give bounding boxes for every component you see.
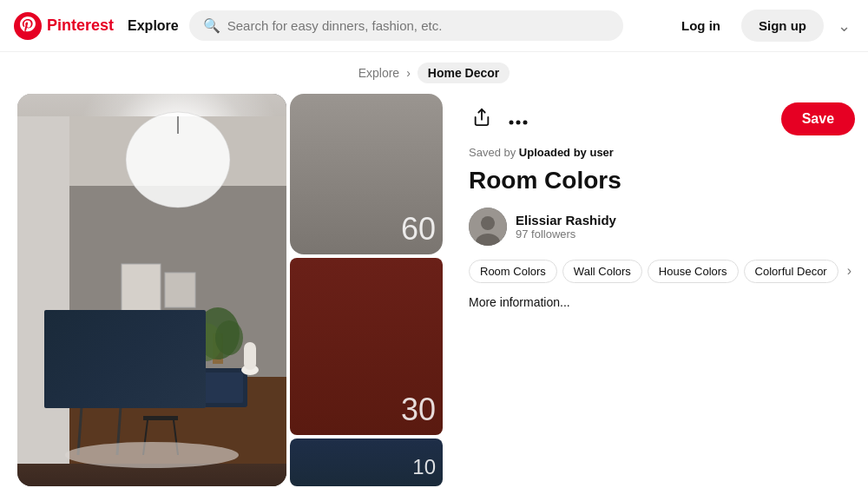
svg-point-27 bbox=[516, 120, 521, 124]
swatch-number-30: 30 bbox=[401, 392, 436, 428]
pin-actions: Save bbox=[469, 102, 855, 135]
svg-rect-8 bbox=[135, 373, 182, 403]
login-button[interactable]: Log in bbox=[671, 11, 731, 40]
chevron-down-icon[interactable]: ⌄ bbox=[834, 13, 854, 39]
search-bar: 🔍 bbox=[189, 10, 623, 41]
followers-count: 97 followers bbox=[516, 228, 616, 241]
tags-list: Room Colors Wall Colors House Colors Col… bbox=[469, 260, 855, 283]
collage-bottom-swatch: 10 bbox=[290, 439, 443, 486]
swatch-number-60: 60 bbox=[401, 211, 436, 247]
author-avatar[interactable] bbox=[469, 208, 507, 246]
svg-rect-7 bbox=[82, 373, 130, 403]
search-icon: 🔍 bbox=[203, 17, 220, 34]
saved-by-text: Saved by Uploaded by user bbox=[469, 146, 855, 159]
collage-top-swatch: 60 bbox=[290, 94, 443, 254]
collage-mid-swatch: 30 bbox=[290, 258, 443, 435]
tags-chevron-icon[interactable]: › bbox=[844, 260, 855, 282]
svg-rect-12 bbox=[143, 416, 178, 420]
svg-rect-18 bbox=[126, 316, 156, 338]
collage-main-image bbox=[17, 94, 286, 486]
tag-wall-colors[interactable]: Wall Colors bbox=[562, 260, 642, 283]
svg-rect-24 bbox=[244, 342, 256, 370]
tag-room-colors[interactable]: Room Colors bbox=[469, 260, 557, 283]
svg-point-28 bbox=[523, 120, 528, 124]
svg-rect-3 bbox=[17, 116, 69, 464]
pinterest-wordmark: Pinterest bbox=[47, 16, 114, 35]
pinterest-logo[interactable]: Pinterest bbox=[14, 12, 114, 40]
svg-rect-17 bbox=[165, 273, 195, 307]
author-row: Elissiar Rashidy 97 followers bbox=[469, 208, 855, 246]
collage-right-stack: 60 30 10 bbox=[290, 94, 443, 486]
explore-nav-link[interactable]: Explore bbox=[128, 18, 179, 34]
uploaded-by-user: Uploaded by user bbox=[519, 146, 614, 159]
header-right: Log in Sign up ⌄ bbox=[671, 10, 854, 42]
pin-title: Room Colors bbox=[469, 166, 855, 195]
save-button[interactable]: Save bbox=[781, 102, 855, 135]
breadcrumb: Explore › Home Decor bbox=[0, 52, 868, 94]
author-name[interactable]: Elissiar Rashidy bbox=[516, 213, 616, 228]
header: Pinterest Explore 🔍 Log in Sign up ⌄ bbox=[0, 0, 868, 52]
breadcrumb-current: Home Decor bbox=[418, 63, 510, 83]
svg-point-22 bbox=[215, 320, 243, 355]
more-info-link[interactable]: More information... bbox=[469, 295, 855, 309]
more-options-button[interactable] bbox=[505, 106, 531, 133]
author-info: Elissiar Rashidy 97 followers bbox=[516, 213, 616, 241]
search-input[interactable] bbox=[227, 18, 609, 33]
svg-rect-9 bbox=[187, 373, 243, 403]
svg-point-30 bbox=[481, 216, 495, 230]
main-content: 60 30 10 bbox=[0, 94, 868, 486]
tag-house-colors[interactable]: House Colors bbox=[648, 260, 739, 283]
svg-point-15 bbox=[65, 442, 239, 468]
svg-rect-16 bbox=[122, 264, 161, 312]
swatch-number-10: 10 bbox=[412, 455, 436, 479]
gray-swatch: 60 bbox=[290, 94, 443, 254]
share-button[interactable] bbox=[469, 104, 495, 135]
breadcrumb-explore[interactable]: Explore bbox=[358, 66, 399, 80]
pin-detail: Save Saved by Uploaded by user Room Colo… bbox=[469, 94, 855, 486]
pinterest-icon bbox=[14, 12, 42, 40]
svg-point-26 bbox=[510, 120, 514, 124]
tag-colorful-decor[interactable]: Colorful Decor bbox=[744, 260, 838, 283]
breadcrumb-separator: › bbox=[406, 66, 411, 80]
signup-button[interactable]: Sign up bbox=[741, 10, 824, 42]
image-collage: 60 30 10 bbox=[17, 94, 443, 486]
room-photo bbox=[17, 94, 286, 486]
